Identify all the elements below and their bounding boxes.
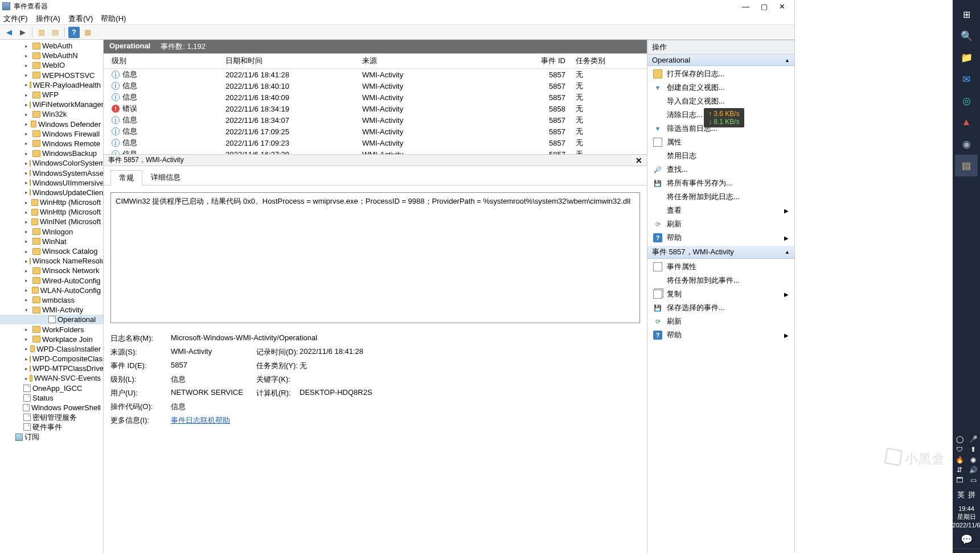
tray-icon[interactable]: 🗔 [956,476,963,484]
tree-item[interactable]: ▸WindowsUIImmersive [0,178,103,188]
volume-icon[interactable]: 🔊 [969,466,978,474]
event-row[interactable]: i信息2022/11/6 17:09:23WMI-Activity5857无 [104,137,647,148]
steam-icon[interactable]: ◉ [955,133,978,155]
action-item[interactable]: ?帮助▶ [647,328,794,342]
tree-item[interactable]: ▸WPD-CompositeClassDriver [0,354,103,364]
actions-group-operational[interactable]: Operational ▲ [647,55,794,66]
tree-pane[interactable]: ▸WebAuth▸WebAuthN▸WebIO▸WEPHOSTSVC▸WER-P… [0,40,104,553]
tree-item[interactable]: ▸Win32k [0,109,103,119]
tree-item[interactable]: 订阅 [0,432,103,442]
tree-item-selected[interactable]: Operational [0,315,103,324]
action-item[interactable]: ▼创建自定义视图... [647,81,794,94]
event-row[interactable]: i信息2022/11/6 18:40:09WMI-Activity5857无 [104,92,647,103]
tree-item[interactable]: ▸Winlogon [0,227,103,237]
tree-item[interactable]: ▸WPD-ClassInstaller [0,344,103,354]
link-more-info[interactable]: 事件日志联机帮助 [171,415,413,426]
tree-item[interactable]: ▸WebAuthN [0,51,103,60]
edge-icon[interactable]: ◎ [955,90,978,112]
tree-item[interactable]: ▸WinHttp (Microsoft [0,207,103,217]
event-row[interactable]: i信息2022/11/6 18:34:07WMI-Activity5857无 [104,114,647,126]
ime-indicator[interactable]: 英 拼 [955,488,978,502]
tree-item[interactable]: ▸WindowsColorSystem [0,158,103,168]
tree-item[interactable]: ▸WLAN-AutoConfig [0,286,103,295]
tree-item[interactable]: ▸WindowsSystemAssessment [0,168,103,178]
help-icon[interactable]: ? [68,27,80,38]
tree-item[interactable]: ▸WinHttp (Microsoft [0,197,103,207]
action-item[interactable]: 禁用日志 [647,149,794,163]
tree-item[interactable]: 密钥管理服务 [0,412,103,422]
tray-icon[interactable]: 🔥 [956,456,964,464]
col-category[interactable]: 任务类别 [572,56,618,66]
search-icon[interactable]: 🔍 [955,25,978,47]
tree-item[interactable]: ▸WindowsUpdateClient [0,188,103,197]
back-button[interactable]: ◀ [3,27,15,38]
event-row[interactable]: i信息2022/11/6 16:37:39WMI-Activity5857无 [104,148,647,154]
system-tray[interactable]: ◯🎤 🛡⬆ 🔥◉ ⇵🔊 🗔▭ [950,432,980,488]
tree-item[interactable]: ▸WebIO [0,60,103,70]
menu-action[interactable]: 操作(A) [36,14,60,24]
eventviewer-taskbar-icon[interactable]: ▤ [955,155,978,176]
action-item[interactable]: 打开保存的日志... [647,67,794,81]
explorer-icon[interactable]: 📁 [955,47,978,68]
tree-item[interactable]: ▸WebAuth [0,41,103,51]
event-row[interactable]: i信息2022/11/6 18:40:10WMI-Activity5857无 [104,80,647,92]
tree-item[interactable]: ▸WinINet (Microsoft [0,217,103,226]
action-item[interactable]: 属性 [647,135,794,149]
action-item[interactable]: 将任务附加到此事件... [647,274,794,287]
action-item[interactable]: 导入自定义视图... [647,94,794,108]
tree-item[interactable]: ▸WWAN-SVC-Events [0,373,103,383]
action-item[interactable]: 💾保存选择的事件... [647,301,794,315]
action-item[interactable]: ?帮助▶ [647,231,794,245]
tree-item[interactable]: ▸WFP [0,90,103,100]
tray-icon[interactable]: ▭ [970,476,977,484]
tree-item[interactable]: ▸WiFiNetworkManager [0,100,103,109]
action-item[interactable]: ⟳刷新 [647,217,794,231]
tree-item[interactable]: ▸Winsock Catalog [0,246,103,256]
app-icon-red[interactable]: ▲ [955,112,978,133]
menu-file[interactable]: 文件(F) [3,14,28,24]
start-button[interactable]: ⊞ [955,3,978,25]
tree-item[interactable]: ▸Workplace Join [0,335,103,344]
taskbar[interactable]: ⊞ 🔍 📁 ✉ ◎ ▲ ◉ ▤ ◯🎤 🛡⬆ 🔥◉ ⇵🔊 🗔▭ 英 拼 19:44… [953,0,980,553]
tree-item[interactable]: ▸Winsock Network [0,266,103,275]
tree-item[interactable]: ▸WinNat [0,237,103,246]
close-button[interactable]: ✕ [779,2,785,11]
tree-item[interactable]: ▸Windows Firewall [0,129,103,139]
action-item[interactable]: 将任务附加到此日志... [647,190,794,204]
action-item[interactable]: 💾将所有事件另存为... [647,176,794,190]
col-event-id[interactable]: 事件 ID [515,56,572,66]
maximize-button[interactable]: ▢ [761,2,768,11]
tray-icon[interactable]: ⇵ [957,466,962,474]
col-source[interactable]: 来源 [359,56,515,66]
action-item[interactable]: 查看▶ [647,204,794,217]
tree-item[interactable]: ▸Wired-AutoConfig [0,276,103,286]
menu-view[interactable]: 查看(V) [68,14,93,24]
tray-icon[interactable]: 🎤 [969,435,978,443]
tree-item[interactable]: ▸wmbclass [0,295,103,305]
tree-item[interactable]: ▸WER-PayloadHealth [0,80,103,90]
minimize-button[interactable]: — [742,2,749,11]
tree-item[interactable]: ▾WMI-Activity [0,305,103,315]
export-icon[interactable]: ▤ [50,27,61,38]
tree-item[interactable]: ▸Windows Defender [0,119,103,129]
event-row[interactable]: i信息2022/11/6 18:41:28WMI-Activity5857无 [104,69,647,80]
action-item[interactable]: 🔎查找... [647,163,794,176]
tree-item[interactable]: 硬件事件 [0,422,103,432]
tree-item[interactable]: OneApp_IGCC [0,383,103,393]
detail-close-icon[interactable]: ✕ [635,156,642,165]
tray-icon[interactable]: 🛡 [956,445,963,453]
tree-item[interactable]: ▸WEPHOSTSVC [0,71,103,80]
show-desktop[interactable] [953,548,980,553]
col-date[interactable]: 日期和时间 [222,56,359,66]
tray-icon[interactable]: ⬆ [970,445,976,453]
tree-item[interactable]: Windows PowerShell [0,403,103,412]
show-hide-tree-icon[interactable]: ▥ [36,27,47,38]
action-item[interactable]: 事件属性 [647,260,794,274]
action-item[interactable]: ⟳刷新 [647,315,794,328]
event-row[interactable]: i信息2022/11/6 17:09:25WMI-Activity5857无 [104,126,647,137]
tray-icon[interactable]: ◉ [970,456,976,464]
taskbar-clock[interactable]: 19:44 星期日 2022/11/6 [953,502,980,531]
tree-item[interactable]: ▸WindowsBackup [0,148,103,158]
tray-icon[interactable]: ◯ [956,435,963,443]
tree-item[interactable]: Status [0,393,103,403]
